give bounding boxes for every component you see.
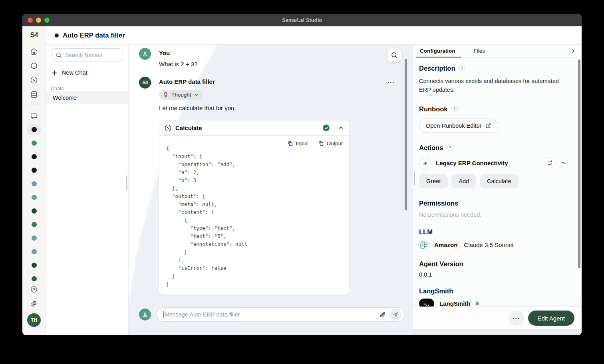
message-input[interactable] (165, 311, 378, 318)
chat-dot[interactable] (27, 246, 41, 257)
chat-header: Auto ERP data filler (46, 26, 582, 45)
plus-icon (51, 69, 58, 76)
runbook-help-icon[interactable]: ? (451, 106, 458, 112)
chats-icon[interactable] (22, 112, 46, 120)
message-author: You (159, 49, 170, 56)
close-window-button[interactable] (28, 18, 33, 23)
titlebar: Sema4.ai Studio (22, 14, 582, 26)
langsmith-status-dot (476, 302, 479, 305)
user-message-avatar (139, 48, 151, 60)
copy-output-button[interactable]: Output (318, 140, 343, 146)
sema4-logo: S4 (22, 31, 46, 39)
message-more-button[interactable]: ... (387, 77, 395, 84)
collapse-panel-chevron-right-icon[interactable] (570, 45, 576, 57)
chat-dot-icon (32, 249, 37, 254)
collapse-card-chevron-up-icon[interactable] (338, 125, 344, 131)
message-author: Auto ERP data filler (159, 78, 215, 85)
chat-dot[interactable] (27, 138, 41, 148)
actions-bolt-icon[interactable] (22, 76, 46, 84)
agent-version-heading: Agent Version (419, 259, 576, 268)
copy-input-label: Input (296, 140, 308, 146)
code-line: } (166, 249, 247, 257)
actions-help-icon[interactable]: ? (447, 144, 453, 151)
chats-section-label: Chats (51, 86, 64, 91)
action-package-row[interactable]: Legacy ERP Connectivity (419, 157, 576, 169)
chat-dot[interactable] (27, 206, 41, 216)
traffic-lights (28, 14, 50, 26)
edit-agent-button[interactable]: Edit Agent (528, 311, 574, 326)
agent-message-avatar: S4 (139, 77, 151, 89)
description-heading: Description ? (419, 64, 576, 73)
search-input[interactable] (65, 52, 137, 58)
chat-dot[interactable] (27, 192, 41, 202)
message-text: What is 2 + 3? (159, 61, 197, 67)
home-icon[interactable] (22, 47, 46, 55)
chat-dot-icon (32, 168, 37, 173)
configuration-panel: Configuration Files Description ? Connec… (413, 45, 582, 335)
code-line: } (166, 273, 247, 281)
search-icon (56, 52, 62, 58)
chat-dot[interactable] (27, 273, 41, 284)
chat-dot[interactable] (27, 178, 41, 189)
help-icon[interactable] (22, 285, 46, 293)
sidebar-scrollbar[interactable] (126, 175, 127, 190)
tab-configuration[interactable]: Configuration (419, 45, 456, 57)
app-window: Sema4.ai Studio S4 (22, 14, 582, 335)
hexagon-icon[interactable] (22, 62, 46, 70)
thought-toggle[interactable]: Thought (159, 90, 203, 100)
chat-dot[interactable] (27, 165, 41, 175)
collapse-action-chevron-up-icon[interactable] (560, 160, 566, 166)
tool-name: Calculate (175, 125, 319, 131)
tool-card-header: Calculate (159, 121, 349, 136)
send-button[interactable] (389, 309, 401, 320)
panel-scrollbar[interactable] (578, 59, 580, 268)
open-runbook-editor-button[interactable]: Open Runbook Editor (419, 119, 498, 133)
bolt-icon (164, 124, 172, 132)
chat-dot-icon (32, 181, 37, 186)
description-help-icon[interactable]: ? (459, 65, 465, 71)
zoom-window-button[interactable] (44, 18, 50, 23)
chat-dot-icon (32, 235, 37, 241)
thought-label: Thought (171, 92, 191, 98)
user-avatar[interactable]: TH (27, 313, 41, 327)
new-chat-button[interactable]: New Chat (51, 67, 87, 78)
message-text: Let me calculate that for you. (159, 105, 236, 111)
tool-call-card: Calculate (159, 120, 350, 295)
tab-files[interactable]: Files (473, 45, 486, 57)
chat-dot[interactable] (27, 260, 41, 270)
llm-row: Amazon Claude 3.5 Sonnet (419, 239, 576, 250)
code-line: "content": [ (166, 209, 247, 217)
chat-scrollbar[interactable] (405, 59, 407, 210)
chat-dot[interactable] (27, 124, 41, 135)
panel-content: Description ? Connects various excels an… (413, 57, 582, 307)
copy-input-button[interactable]: Input (287, 140, 308, 146)
rail-divider (26, 105, 41, 105)
database-icon[interactable] (22, 91, 46, 99)
langsmith-row[interactable]: LangSmith (419, 299, 576, 307)
refresh-actions-icon[interactable] (544, 157, 556, 168)
sidebar-item-welcome[interactable]: Welcome (46, 91, 128, 104)
runbook-heading-label: Runbook (419, 105, 448, 113)
minimize-window-button[interactable] (36, 18, 41, 23)
action-chip-add[interactable]: Add (451, 174, 476, 188)
runbook-heading: Runbook ? (419, 105, 576, 113)
agent-version-value: 0.0.1 (419, 271, 576, 278)
llm-provider: Amazon (434, 241, 457, 248)
code-line: { (166, 217, 247, 225)
code-line: "operation": "add", (166, 161, 247, 169)
attach-paperclip-icon[interactable] (378, 310, 388, 320)
agent-status-dot (55, 34, 59, 38)
action-package-name: Legacy ERP Connectivity (436, 160, 508, 166)
llm-model: Claude 3.5 Sonnet (464, 241, 513, 248)
code-line: "annotations": null (166, 241, 247, 249)
action-chip-calculate[interactable]: Calculate (480, 174, 518, 188)
settings-gear-icon[interactable] (22, 300, 46, 308)
more-options-button[interactable]: ··· (509, 311, 524, 326)
action-chip-greet[interactable]: Greet (419, 174, 448, 188)
search-chat-button[interactable] (387, 48, 401, 62)
chat-dot[interactable] (27, 151, 41, 162)
code-line: } (166, 281, 247, 289)
chat-dot[interactable] (27, 233, 41, 243)
chat-dot[interactable] (27, 219, 41, 229)
code-line: "type": "text", (166, 225, 247, 233)
